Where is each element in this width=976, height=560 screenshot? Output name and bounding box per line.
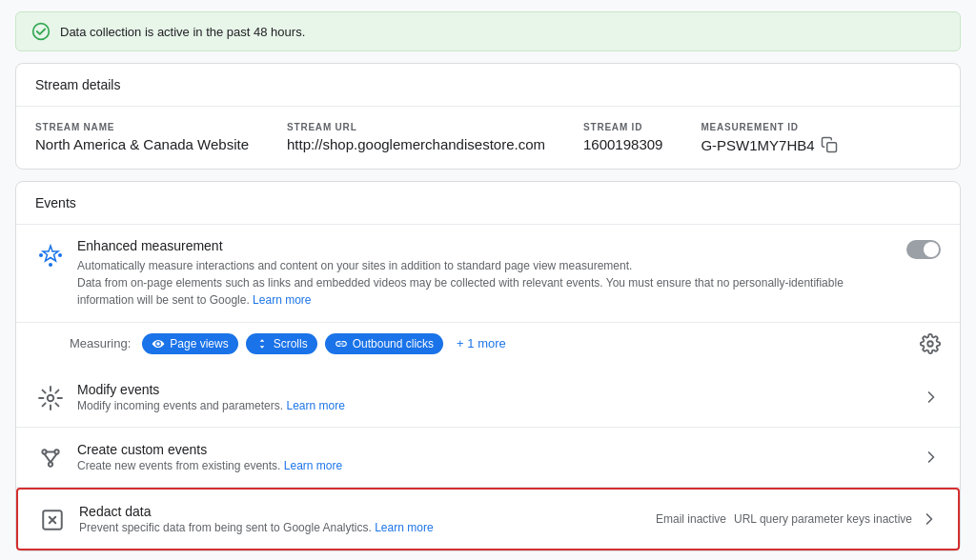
measurement-id-value: G-PSW1MY7HB4 xyxy=(701,137,814,153)
events-card: Events Enhanced measurement xyxy=(15,181,961,551)
stream-id-value: 1600198309 xyxy=(583,136,662,152)
modify-events-content: Modify events Modify incoming events and… xyxy=(77,382,922,412)
page-views-chip[interactable]: Page views xyxy=(142,333,237,354)
banner-text: Data collection is active in the past 48… xyxy=(60,25,305,39)
stream-details-row: STREAM NAME North America & Canada Websi… xyxy=(16,107,960,169)
enhanced-measurement-learn-more[interactable]: Learn more xyxy=(253,293,311,307)
measuring-label: Measuring: xyxy=(70,336,131,350)
eye-icon xyxy=(152,337,165,350)
enhanced-measurement-toggle[interactable] xyxy=(906,240,941,259)
svg-line-11 xyxy=(51,454,57,463)
modify-events-icon xyxy=(35,383,66,413)
email-inactive-status: Email inactive xyxy=(656,512,726,526)
redact-data-title: Redact data xyxy=(79,504,656,519)
outbound-clicks-label: Outbound clicks xyxy=(353,337,434,350)
stream-url-field: STREAM URL http://shop.googlemerchandise… xyxy=(287,122,545,152)
enhanced-measurement-top: Enhanced measurement Automatically measu… xyxy=(35,238,859,309)
redact-data-status: Email inactive URL query parameter keys … xyxy=(656,512,912,526)
enhanced-measurement-content: Enhanced measurement Automatically measu… xyxy=(77,238,859,309)
redact-data-learn-more[interactable]: Learn more xyxy=(375,521,433,534)
scrolls-label: Scrolls xyxy=(274,337,308,350)
svg-point-2 xyxy=(39,253,43,257)
redact-data-desc: Prevent specific data from being sent to… xyxy=(79,521,656,534)
modify-events-row[interactable]: Modify events Modify incoming events and… xyxy=(16,368,960,428)
scroll-icon xyxy=(255,337,269,350)
svg-point-0 xyxy=(33,24,50,40)
copy-icon[interactable] xyxy=(821,136,838,153)
svg-line-10 xyxy=(45,454,51,463)
outbound-clicks-chip[interactable]: Outbound clicks xyxy=(325,333,443,354)
redact-data-row[interactable]: Redact data Prevent specific data from b… xyxy=(16,488,960,550)
create-custom-events-icon xyxy=(35,443,66,473)
enhanced-measurement-title: Enhanced measurement xyxy=(77,238,859,253)
stream-name-field: STREAM NAME North America & Canada Websi… xyxy=(35,122,249,152)
modify-events-chevron-icon xyxy=(922,388,941,407)
measuring-row: Measuring: Page views Scrol xyxy=(16,323,960,368)
create-custom-events-title: Create custom events xyxy=(77,442,922,457)
url-query-inactive-status: URL query parameter keys inactive xyxy=(734,512,912,526)
create-custom-events-learn-more[interactable]: Learn more xyxy=(284,459,342,472)
create-custom-events-chevron-icon xyxy=(922,448,941,467)
data-collection-banner: Data collection is active in the past 48… xyxy=(15,11,961,51)
svg-point-6 xyxy=(48,395,54,402)
measuring-settings-icon[interactable] xyxy=(920,333,941,354)
svg-point-4 xyxy=(49,263,52,267)
check-circle-icon xyxy=(31,22,51,41)
stream-details-card: Stream details STREAM NAME North America… xyxy=(15,63,961,170)
page-views-label: Page views xyxy=(170,337,228,350)
redact-data-content: Redact data Prevent specific data from b… xyxy=(79,504,656,534)
link-icon xyxy=(335,337,348,350)
stream-url-label: STREAM URL xyxy=(287,122,545,132)
svg-rect-1 xyxy=(826,143,836,152)
stream-id-field: STREAM ID 1600198309 xyxy=(583,122,662,152)
create-custom-events-row[interactable]: Create custom events Create new events f… xyxy=(16,428,960,488)
stream-name-value: North America & Canada Website xyxy=(35,136,249,152)
enhanced-measurement-desc1: Automatically measure interactions and c… xyxy=(77,257,859,309)
modify-events-learn-more[interactable]: Learn more xyxy=(286,399,344,412)
redact-data-icon xyxy=(37,505,68,535)
create-custom-events-content: Create custom events Create new events f… xyxy=(77,442,922,472)
modify-events-desc: Modify incoming events and parameters. L… xyxy=(77,399,922,412)
stream-id-label: STREAM ID xyxy=(583,122,662,132)
svg-point-3 xyxy=(58,253,62,257)
svg-point-5 xyxy=(927,341,933,347)
enhanced-measurement-container: Enhanced measurement Automatically measu… xyxy=(35,238,941,309)
stream-name-label: STREAM NAME xyxy=(35,122,249,132)
measuring-left: Measuring: Page views Scrol xyxy=(70,332,512,354)
events-header: Events xyxy=(16,182,960,225)
measurement-id-label: MEASUREMENT ID xyxy=(701,122,837,132)
stream-details-header: Stream details xyxy=(16,64,960,107)
redact-data-chevron-icon xyxy=(920,510,939,529)
enhanced-measurement-row: Enhanced measurement Automatically measu… xyxy=(16,225,960,323)
measurement-id-field: MEASUREMENT ID G-PSW1MY7HB4 xyxy=(701,122,837,153)
stream-url-value: http://shop.googlemerchandisestore.com xyxy=(287,136,545,152)
enhanced-measurement-icon xyxy=(35,240,66,270)
more-chips-button[interactable]: + 1 more xyxy=(451,332,512,354)
scrolls-chip[interactable]: Scrolls xyxy=(246,333,317,354)
modify-events-title: Modify events xyxy=(77,382,922,397)
create-custom-events-desc: Create new events from existing events. … xyxy=(77,459,922,472)
